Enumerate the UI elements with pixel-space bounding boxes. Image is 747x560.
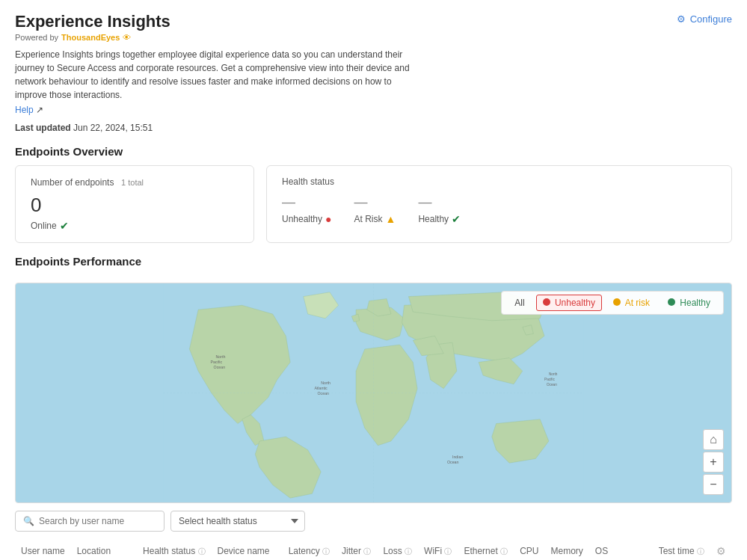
unhealthy-dot [543, 298, 550, 306]
svg-text:Pacific: Pacific [211, 360, 223, 364]
col-os: OS [589, 541, 653, 560]
svg-text:North: North [321, 381, 331, 385]
at-risk-item: — At Risk ▲ [354, 194, 396, 225]
filter-all-button[interactable]: All [508, 295, 531, 311]
health-status-info-icon[interactable]: ⓘ [198, 547, 206, 556]
search-bar: 🔍 Select health status [15, 511, 732, 532]
table-section: 🔍 Select health status User name Locatio… [0, 503, 747, 560]
col-ethernet: Ethernet ⓘ [458, 541, 514, 560]
last-updated: Last updated Jun 22, 2024, 15:51 [15, 123, 732, 133]
healthy-dot [668, 298, 675, 306]
map-container: North Pacific Ocean North Atlantic Ocean… [15, 283, 732, 503]
performance-title: Endpoints Performance [15, 255, 732, 268]
filter-healthy-button[interactable]: Healthy [661, 295, 717, 311]
svg-text:Atlantic: Atlantic [314, 386, 328, 390]
data-table: User name Location Health status ⓘ Devic… [15, 541, 732, 560]
col-user-name: User name [15, 541, 71, 560]
col-loss: Loss ⓘ [377, 541, 418, 560]
unhealthy-item: — Unhealthy ● [282, 194, 332, 225]
endpoints-overview-section: Endpoints Overview Number of endpoints 1… [0, 133, 747, 255]
search-icon: 🔍 [23, 516, 34, 526]
col-device-name: Device name [212, 541, 283, 560]
jitter-info-icon[interactable]: ⓘ [363, 547, 371, 556]
svg-text:Indian: Indian [452, 455, 463, 459]
filter-at-risk-button[interactable]: At risk [606, 295, 657, 311]
header: Experience Insights Powered by ThousandE… [0, 0, 747, 133]
page-title: Experience Insights [15, 12, 732, 31]
eye-icon: 👁 [123, 33, 131, 42]
help-anchor[interactable]: Help [15, 105, 34, 115]
test-time-info-icon[interactable]: ⓘ [697, 547, 704, 556]
svg-text:Ocean: Ocean [214, 365, 226, 369]
filter-unhealthy-button[interactable]: Unhealthy [536, 295, 602, 311]
col-location: Location [71, 541, 137, 560]
unhealthy-icon: ● [325, 213, 331, 225]
svg-text:Ocean: Ocean [447, 460, 459, 464]
col-cpu: CPU [514, 541, 544, 560]
health-card: Health status — Unhealthy ● — At Risk ▲ [266, 165, 732, 243]
at-risk-value: — [354, 194, 396, 210]
endpoints-overview-title: Endpoints Overview [0, 133, 747, 165]
map-filter-bar: All Unhealthy At risk Healthy [501, 291, 724, 315]
col-jitter: Jitter ⓘ [336, 541, 377, 560]
col-memory: Memory [544, 541, 588, 560]
map-controls: ⌂ + − [703, 429, 724, 495]
loss-info-icon[interactable]: ⓘ [405, 547, 412, 556]
unhealthy-label: Unhealthy ● [282, 213, 332, 225]
wifi-info-icon[interactable]: ⓘ [444, 547, 452, 556]
powered-by-text: Powered by [15, 33, 58, 42]
svg-text:North: North [549, 372, 558, 376]
world-map: North Pacific Ocean North Atlantic Ocean… [16, 283, 731, 502]
health-status-select[interactable]: Select health status [170, 511, 305, 532]
endpoints-number: 0 [31, 194, 239, 217]
description-text: Experience Insights brings together empl… [15, 48, 419, 102]
search-input[interactable] [39, 516, 156, 526]
healthy-item: — Healthy ✔ [418, 194, 461, 225]
health-items: — Unhealthy ● — At Risk ▲ [282, 194, 716, 225]
endpoints-card: Number of endpoints 1 total 0 Online ✔ [15, 165, 254, 243]
health-card-title: Health status [282, 176, 716, 187]
ethernet-info-icon[interactable]: ⓘ [500, 547, 508, 556]
at-risk-dot [613, 298, 621, 306]
svg-text:Pacific: Pacific [544, 378, 555, 381]
online-status: Online ✔ [31, 220, 239, 232]
healthy-label: Healthy ✔ [418, 213, 461, 225]
col-test-time: Test time ⓘ [653, 541, 710, 560]
unhealthy-value: — [282, 194, 332, 210]
brand-logo: ThousandEyes [61, 33, 120, 42]
col-latency: Latency ⓘ [283, 541, 336, 560]
latency-info-icon[interactable]: ⓘ [322, 547, 330, 556]
healthy-icon: ✔ [452, 213, 461, 225]
map-background: North Pacific Ocean North Atlantic Ocean… [16, 283, 731, 502]
gear-icon: ⚙ [677, 13, 686, 25]
performance-section: Endpoints Performance [0, 255, 747, 283]
table-header-row: User name Location Health status ⓘ Devic… [15, 541, 732, 560]
powered-by: Powered by ThousandEyes 👁 [15, 33, 732, 42]
col-settings: ⚙ [710, 541, 732, 560]
map-home-button[interactable]: ⌂ [703, 429, 724, 450]
at-risk-icon: ▲ [386, 213, 396, 225]
online-check-icon: ✔ [60, 220, 69, 232]
svg-text:North: North [216, 354, 226, 359]
help-link[interactable]: Help ↗ [15, 103, 419, 117]
search-input-wrapper[interactable]: 🔍 [15, 511, 165, 532]
col-wifi: WiFi ⓘ [418, 541, 458, 560]
configure-button[interactable]: ⚙ Configure [677, 13, 732, 25]
page: Experience Insights Powered by ThousandE… [0, 0, 747, 560]
healthy-value: — [418, 194, 461, 210]
svg-text:Ocean: Ocean [547, 383, 557, 387]
col-health-status: Health status ⓘ [137, 541, 211, 560]
at-risk-label: At Risk ▲ [354, 213, 396, 225]
map-zoom-out-button[interactable]: − [703, 474, 724, 495]
map-zoom-in-button[interactable]: + [703, 452, 724, 473]
table-settings-gear-icon[interactable]: ⚙ [716, 545, 726, 557]
svg-text:Ocean: Ocean [317, 391, 329, 396]
endpoints-card-title: Number of endpoints 1 total [31, 176, 239, 188]
overview-cards: Number of endpoints 1 total 0 Online ✔ H… [0, 165, 747, 255]
